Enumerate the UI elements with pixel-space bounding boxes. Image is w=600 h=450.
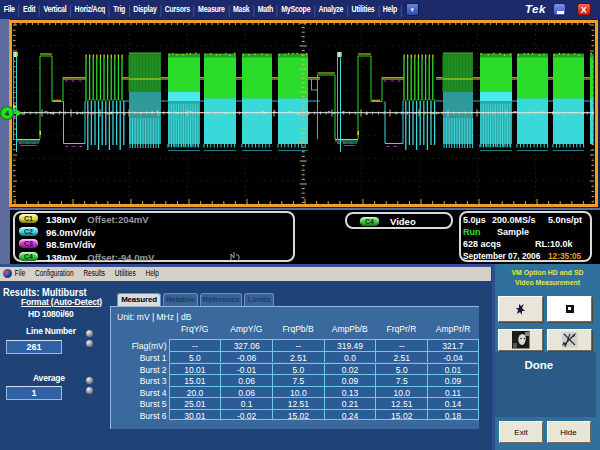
svg-text:4: 4 [5, 109, 10, 118]
